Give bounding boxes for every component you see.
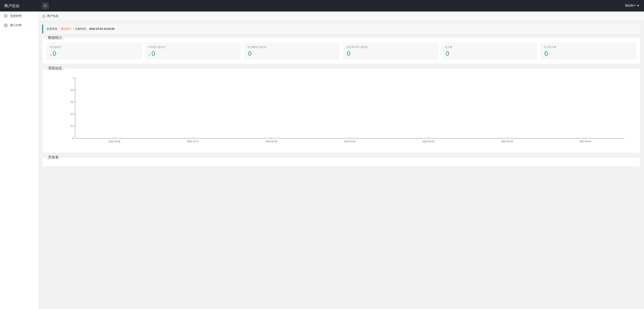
stats-section: 数据统计 总入金(元) ￥0 今日总入金(元) ￥0 今日微信入金(元) 0 [42,38,640,64]
x-tick: 2022-03-04 [580,138,591,143]
user-name: 测试商户 [625,4,636,8]
y-tick: 0.8 [70,89,75,91]
sidebar-toggle-button[interactable] [42,2,49,9]
chart-plot-area: 0 0.2 0.4 0.6 0.8 1 2022-02-26 2022-02-2… [75,78,625,138]
stat-label: 今日总入金(元) [148,45,238,49]
app-header: 商户后台 测试商户 [0,0,644,12]
stat-card-today-orders: 今日总入单 0 [540,43,636,60]
stat-value: 0 [544,50,633,57]
sidebar: 交易管理 接口文档 [0,12,38,309]
sidebar-item-transaction[interactable]: 交易管理 [0,12,38,21]
sidebar-item-label: 接口文档 [10,24,22,27]
stat-card-wechat-in: 今日微信入金(元) 0 [244,43,340,60]
chart: 0 0.2 0.4 0.6 0.8 1 2022-02-26 2022-02-2… [46,72,636,149]
breadcrumb: 商户信息 [38,12,644,21]
sidebar-item-label: 交易管理 [10,14,22,18]
svg-point-4 [44,7,44,7]
x-tick: 2022-03-03 [501,138,513,143]
x-tick: 2022-03-01 [344,138,356,143]
header-left: 商户后台 [0,0,49,12]
system-legend: 系统信息 [46,66,64,71]
main-content: 商户信息 欢迎登录： 测试商户 ！当前时间： 2022-03-04 10:04:… [38,12,644,309]
x-tick: 2022-02-26 [108,138,120,143]
stat-value: ￥0 [50,50,139,57]
y-tick: 0 [72,137,75,140]
x-tick: 2022-02-28 [266,138,277,143]
welcome-merchant: 测试商户 [61,27,72,30]
gear-icon [4,24,8,27]
stat-card-total-orders: 总入单 0 [442,43,537,60]
y-tick: 0.6 [70,101,75,103]
stat-card-today-in: 今日总入金(元) ￥0 [145,43,241,60]
svg-point-2 [44,6,44,6]
stat-label: 今日微信入金(元) [247,45,336,49]
stat-card-total-in: 总入金(元) ￥0 [46,43,142,60]
stat-label: 总入单 [445,45,534,49]
y-tick: 1 [72,77,75,79]
welcome-suffix: ！当前时间： [72,27,88,30]
stat-card-alipay-in: 今日支付宝入金(元) 0 [343,43,438,60]
stat-value: 0 [445,50,534,57]
stat-value: ￥0 [148,50,238,57]
user-menu[interactable]: 测试商户 [625,4,644,8]
home-icon [42,15,46,18]
svg-point-7 [5,25,6,26]
developer-section: 开发者 [42,157,640,167]
svg-point-0 [44,5,44,5]
stat-value: 0 [346,50,435,57]
stat-label: 今日支付宝入金(元) [346,45,435,49]
welcome-time: 2022-03-04 10:04:29 [89,27,114,30]
stats-legend: 数据统计 [46,35,64,40]
stat-label: 今日总入单 [544,45,633,49]
svg-point-6 [4,15,7,15]
stat-label: 总入金(元) [50,45,139,49]
list-icon [43,4,47,8]
app-logo[interactable]: 商户后台 [0,0,38,12]
system-section: 系统信息 0 0.2 0.4 0.6 0.8 1 2022-02-26 2022… [42,68,640,153]
y-tick: 0.2 [70,125,75,127]
stat-value: 0 [247,50,336,57]
database-icon [4,14,8,18]
y-tick: 0.4 [70,113,75,115]
welcome-prefix: 欢迎登录： [46,27,60,30]
caret-down-icon [637,5,639,6]
x-tick: 2022-02-27 [187,138,199,143]
x-tick: 2022-03-02 [422,138,434,143]
sidebar-item-api-docs[interactable]: 接口文档 [0,21,38,30]
developer-legend: 开发者 [46,155,61,159]
breadcrumb-title: 商户信息 [47,14,58,18]
welcome-banner: 欢迎登录： 测试商户 ！当前时间： 2022-03-04 10:04:29 [42,25,640,33]
stats-grid: 总入金(元) ￥0 今日总入金(元) ￥0 今日微信入金(元) 0 今日支付宝入… [46,43,636,60]
chevron-left-icon [32,15,35,18]
